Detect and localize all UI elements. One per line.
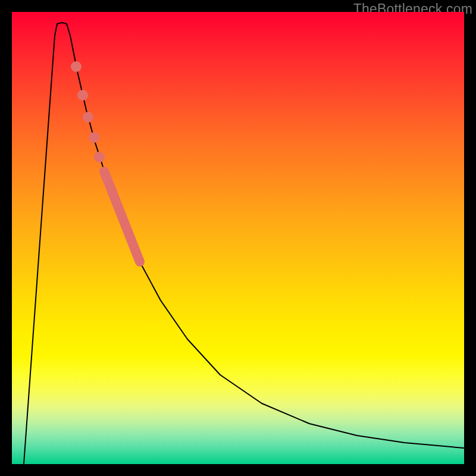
highlight-segment: [104, 171, 140, 262]
svg-point-3: [77, 90, 88, 101]
bottleneck-curve: [24, 23, 464, 464]
highlight-dots: [71, 61, 105, 162]
svg-point-2: [83, 112, 93, 123]
plot-area: [12, 12, 464, 464]
svg-point-4: [71, 61, 82, 72]
svg-point-1: [89, 132, 99, 143]
svg-point-0: [94, 152, 105, 162]
chart-container: TheBottleneck.com: [0, 0, 476, 476]
chart-svg: [12, 12, 464, 464]
